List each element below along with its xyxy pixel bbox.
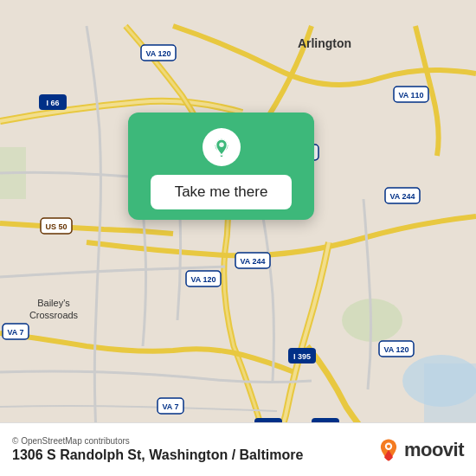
bottom-bar: © OpenStreetMap contributors 1306 S Rand…: [0, 422, 476, 476]
svg-text:VA 7: VA 7: [162, 402, 178, 411]
location-pin-icon: [203, 128, 241, 166]
svg-text:VA 110: VA 110: [398, 91, 423, 100]
svg-text:VA 244: VA 244: [389, 192, 415, 201]
svg-text:VA 120: VA 120: [383, 345, 408, 354]
svg-text:VA 7: VA 7: [7, 328, 23, 337]
svg-point-41: [387, 444, 390, 447]
map-container: I 66 VA 120 VA 120 VA 120 VA 27 VA 244 V…: [0, 0, 476, 476]
svg-text:Arlington: Arlington: [298, 36, 351, 50]
popup-card: Take me there: [128, 113, 314, 220]
svg-text:I 66: I 66: [46, 99, 59, 107]
moovit-pin-icon: [376, 438, 401, 462]
bottom-left-info: © OpenStreetMap contributors 1306 S Rand…: [12, 436, 303, 463]
map-svg: I 66 VA 120 VA 120 VA 120 VA 27 VA 244 V…: [0, 0, 476, 476]
svg-text:VA 120: VA 120: [145, 49, 170, 58]
svg-text:VA 120: VA 120: [190, 275, 215, 284]
address-label: 1306 S Randolph St, Washington / Baltimo…: [12, 447, 303, 463]
pin-svg: [212, 138, 231, 157]
svg-text:US 50: US 50: [45, 222, 67, 231]
svg-text:VA 244: VA 244: [240, 257, 265, 266]
svg-text:Crossroads: Crossroads: [29, 310, 79, 320]
popup-pin-area: [128, 113, 314, 175]
osm-credit: © OpenStreetMap contributors: [12, 436, 303, 446]
svg-text:Bailey's: Bailey's: [37, 298, 70, 308]
svg-point-39: [219, 143, 224, 148]
moovit-logo: moovit: [376, 438, 464, 462]
moovit-brand-text: moovit: [404, 439, 464, 461]
take-me-there-button[interactable]: Take me there: [151, 175, 293, 209]
svg-text:I 395: I 395: [293, 352, 311, 361]
